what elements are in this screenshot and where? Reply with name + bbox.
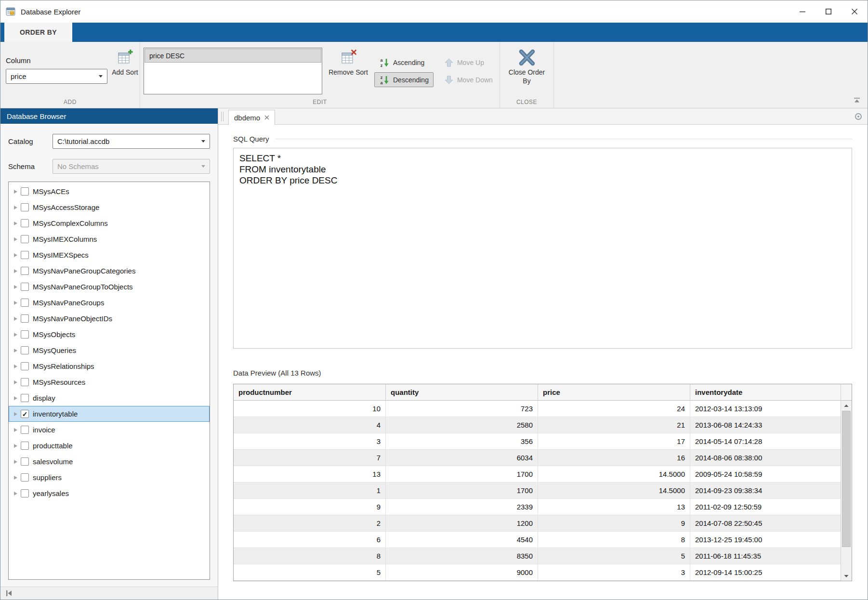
- table-row[interactable]: 13 1700 14.5000 2009-05-24 10:58:59: [234, 466, 841, 483]
- expand-icon[interactable]: [14, 269, 17, 273]
- tree-item[interactable]: MSysIMEXSpecs: [9, 247, 210, 263]
- tree-item[interactable]: MSysAccessStorage: [9, 199, 210, 215]
- expand-icon[interactable]: [14, 206, 17, 209]
- tree-item[interactable]: salesvolume: [9, 454, 210, 470]
- scrollbar-track[interactable]: [841, 410, 852, 571]
- expand-icon[interactable]: [14, 444, 17, 448]
- table-checkbox[interactable]: [21, 362, 29, 370]
- column-header-quantity[interactable]: quantity: [386, 384, 538, 400]
- table-checkbox[interactable]: [21, 267, 29, 275]
- tree-item[interactable]: inventorytable: [9, 406, 210, 422]
- table-checkbox[interactable]: [21, 330, 29, 339]
- tree-item[interactable]: MSysIMEXColumns: [9, 231, 210, 247]
- expand-icon[interactable]: [14, 317, 17, 321]
- minimize-button[interactable]: [789, 0, 815, 23]
- table-checkbox[interactable]: [21, 219, 29, 227]
- tree-item[interactable]: MSysNavPaneGroupToObjects: [9, 279, 210, 295]
- tab-dbdemo[interactable]: dbdemo: [228, 110, 275, 125]
- table-checkbox[interactable]: [21, 203, 29, 211]
- table-checkbox[interactable]: [21, 283, 29, 291]
- column-dropdown[interactable]: price: [6, 69, 107, 84]
- add-sort-button[interactable]: Add Sort: [110, 48, 140, 77]
- table-row[interactable]: 3 356 17 2014-05-14 07:14:28: [234, 433, 841, 450]
- expand-icon[interactable]: [14, 349, 17, 352]
- table-checkbox[interactable]: [21, 251, 29, 259]
- expand-icon[interactable]: [14, 301, 17, 305]
- expand-icon[interactable]: [14, 285, 17, 289]
- expand-icon[interactable]: [14, 253, 17, 257]
- expand-icon[interactable]: [14, 428, 17, 432]
- move-down-button[interactable]: Move Down: [439, 72, 498, 87]
- table-row[interactable]: 10 723 24 2012-03-14 13:13:09: [234, 401, 841, 417]
- document-actions-icon[interactable]: [855, 113, 862, 120]
- scroll-down-icon[interactable]: [841, 571, 852, 581]
- tree-item[interactable]: suppliers: [9, 470, 210, 485]
- table-row[interactable]: 7 6034 16 2014-08-06 08:38:00: [234, 450, 841, 466]
- table-checkbox[interactable]: [21, 442, 29, 450]
- tree-item[interactable]: MSysNavPaneGroups: [9, 295, 210, 311]
- tree-item[interactable]: MSysRelationships: [9, 358, 210, 374]
- tree-item[interactable]: MSysQueries: [9, 342, 210, 358]
- expand-icon[interactable]: [14, 476, 17, 480]
- table-row[interactable]: 8 8350 5 2011-06-18 11:45:35: [234, 548, 841, 564]
- move-up-button[interactable]: Move Up: [439, 55, 498, 70]
- tree-item[interactable]: MSysNavPaneObjectIDs: [9, 311, 210, 326]
- tree-item[interactable]: MSysComplexColumns: [9, 215, 210, 231]
- catalog-dropdown[interactable]: C:\tutorial.accdb: [53, 134, 210, 149]
- close-button[interactable]: [842, 0, 868, 23]
- table-checkbox[interactable]: [21, 314, 29, 323]
- scrollbar-thumb[interactable]: [842, 411, 851, 547]
- table-row[interactable]: 5 9000 3 2012-09-14 15:00:25: [234, 564, 841, 581]
- table-scrollbar[interactable]: [841, 384, 852, 581]
- maximize-button[interactable]: [815, 0, 842, 23]
- expand-icon[interactable]: [14, 492, 17, 496]
- table-checkbox[interactable]: [21, 346, 29, 354]
- expand-icon[interactable]: [14, 365, 17, 368]
- close-order-by-button[interactable]: Close Order By: [505, 48, 549, 85]
- expand-icon[interactable]: [14, 380, 17, 384]
- ascending-button[interactable]: a z Ascending: [374, 55, 434, 70]
- tree-item[interactable]: MSysACEs: [9, 183, 210, 199]
- table-row[interactable]: 1 1700 14.5000 2014-09-23 09:38:34: [234, 483, 841, 499]
- tree-item[interactable]: invoice: [9, 422, 210, 438]
- column-header-productnumber[interactable]: productnumber: [234, 384, 386, 400]
- expand-icon[interactable]: [14, 460, 17, 464]
- sort-list[interactable]: price DESC: [144, 48, 322, 94]
- tree-item[interactable]: display: [9, 390, 210, 406]
- sort-list-item[interactable]: price DESC: [145, 49, 321, 63]
- table-checkbox[interactable]: [21, 410, 29, 418]
- tree-item[interactable]: MSysNavPaneGroupCategories: [9, 263, 210, 279]
- collapse-ribbon-icon[interactable]: [853, 97, 861, 104]
- table-checkbox[interactable]: [21, 473, 29, 482]
- schema-dropdown[interactable]: No Schemas: [53, 159, 210, 174]
- tree-item[interactable]: producttable: [9, 438, 210, 454]
- expand-icon[interactable]: [14, 412, 17, 416]
- column-header-inventorydate[interactable]: inventorydate: [690, 384, 841, 400]
- tab-order-by[interactable]: ORDER BY: [4, 23, 72, 42]
- sql-query-editor[interactable]: SELECT * FROM inventorytable ORDER BY pr…: [233, 148, 852, 349]
- expand-icon[interactable]: [14, 333, 17, 337]
- table-row[interactable]: 6 4540 8 2013-12-25 19:45:00: [234, 532, 841, 548]
- table-checkbox[interactable]: [21, 457, 29, 466]
- tree-item[interactable]: MSysObjects: [9, 326, 210, 342]
- table-checkbox[interactable]: [21, 394, 29, 402]
- tree-item[interactable]: yearlysales: [9, 485, 210, 501]
- remove-sort-button[interactable]: Remove Sort: [328, 48, 368, 77]
- column-header-price[interactable]: price: [538, 384, 690, 400]
- tab-close-icon[interactable]: [264, 115, 269, 120]
- expand-icon[interactable]: [14, 190, 17, 194]
- splitter-grip[interactable]: [221, 112, 224, 121]
- collapse-panel-button[interactable]: [5, 589, 13, 597]
- table-checkbox[interactable]: [21, 187, 29, 196]
- expand-icon[interactable]: [14, 222, 17, 225]
- expand-icon[interactable]: [14, 237, 17, 241]
- table-checkbox[interactable]: [21, 378, 29, 386]
- table-row[interactable]: 4 2580 21 2013-06-08 14:24:33: [234, 417, 841, 433]
- expand-icon[interactable]: [14, 396, 17, 400]
- tree-item[interactable]: MSysResources: [9, 374, 210, 390]
- table-checkbox[interactable]: [21, 489, 29, 497]
- table-row[interactable]: 9 2339 13 2011-02-09 12:50:59: [234, 499, 841, 515]
- descending-button[interactable]: z a Descending: [374, 72, 434, 87]
- table-row[interactable]: 2 1200 9 2014-07-08 22:50:45: [234, 515, 841, 532]
- table-checkbox[interactable]: [21, 299, 29, 307]
